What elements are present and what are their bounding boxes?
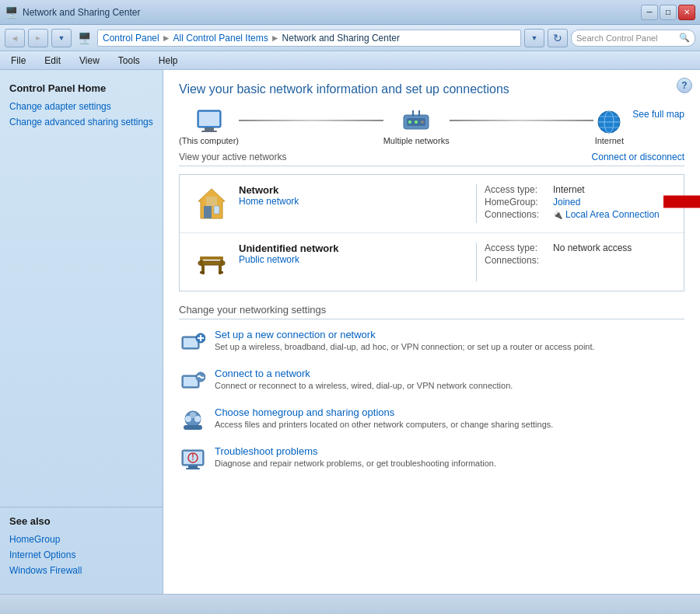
svg-rect-26 [219,271,223,274]
svg-rect-1 [199,112,219,126]
svg-rect-9 [412,110,414,117]
breadcrumb-current: Network and Sharing Center [282,33,400,44]
title-bar-controls: ─ □ ✕ [641,5,695,20]
svg-rect-35 [184,377,198,386]
menu-help[interactable]: Help [156,54,181,68]
network-unidentified-details: Access type: No network access Connectio… [485,242,671,267]
svg-rect-2 [205,127,214,131]
window-icon: 🖥️ [5,6,18,19]
network-computer: (This computer) [179,109,239,145]
sidebar-change-advanced[interactable]: Change advanced sharing settings [9,114,153,130]
change-item-1: Set up a new connection or network Set u… [179,329,684,357]
svg-marker-20 [663,190,700,215]
refresh-button[interactable]: ↻ [548,29,568,47]
page-title: View your basic network information and … [179,82,684,96]
computer-label: (This computer) [179,136,239,145]
setup-connection-link[interactable]: Set up a new connection or network [215,329,376,340]
change-item-4-content: Troubleshoot problems Diagnose and repai… [207,445,496,468]
svg-point-8 [421,120,424,124]
homegroup-value[interactable]: Joined [553,197,580,208]
network-home-details: Access type: Internet HomeGroup: Joined … [485,184,671,222]
minimize-button[interactable]: ─ [641,5,658,20]
search-box[interactable]: Search Control Panel 🔍 [571,30,695,47]
svg-rect-18 [214,206,219,214]
menu-tools[interactable]: Tools [115,54,143,68]
menu-edit[interactable]: Edit [41,54,64,68]
troubleshoot-link[interactable]: Troubleshoot problems [215,445,317,457]
network-unidentified-type[interactable]: Public network [239,254,299,265]
forward-button[interactable]: ► [28,29,48,47]
network-unidentified-info: Unidentified network Public network [231,242,468,265]
help-button[interactable]: ? [677,78,692,93]
connect-disconnect-link[interactable]: Connect or disconnect [592,152,684,162]
menu-file[interactable]: File [8,54,29,68]
content-area: ? View your basic network information an… [163,70,700,594]
internet-label: Internet [595,136,624,145]
maximize-button[interactable]: □ [660,5,677,20]
svg-rect-27 [200,260,203,266]
see-also-title: See also [9,515,153,527]
network-home-type[interactable]: Home network [239,196,299,207]
main-layout: Control Panel Home Change adapter settin… [0,70,700,594]
net-line-2 [450,120,594,121]
sidebar-homegroup[interactable]: HomeGroup [9,532,153,547]
svg-rect-41 [184,425,202,430]
title-bar: 🖥️ Network and Sharing Center ─ □ ✕ [0,0,700,25]
troubleshoot-icon: ! [179,445,207,473]
address-bar: ◄ ► ▼ 🖥️ Control Panel ► All Control Pan… [0,25,700,51]
svg-rect-10 [418,110,420,117]
connect-network-link[interactable]: Connect to a network [215,368,310,379]
change-item-2-content: Connect to a network Connect or reconnec… [207,368,513,390]
sidebar-internet-options[interactable]: Internet Options [9,547,153,563]
window-title: Network and Sharing Center [23,7,140,18]
recent-button[interactable]: ▼ [51,29,72,47]
back-button[interactable]: ◄ [5,29,25,47]
dropdown-button[interactable]: ▼ [524,29,544,47]
net-line-1 [239,120,383,121]
connection-icon: 🔌 [553,211,562,219]
change-item-3-content: Choose homegroup and sharing options Acc… [207,406,553,429]
access-type-label: Access type: [485,184,547,195]
bench-icon [192,242,231,281]
sidebar-windows-firewall[interactable]: Windows Firewall [9,563,153,578]
homegroup-sharing-link[interactable]: Choose homegroup and sharing options [215,406,394,418]
connections-row-2: Connections: [485,255,671,266]
setup-connection-desc: Set up a wireless, broadband, dial-up, a… [215,342,595,351]
close-button[interactable]: ✕ [678,5,695,20]
status-bar [0,594,700,614]
change-item-4: ! Troubleshoot problems Diagnose and rep… [179,445,684,473]
svg-rect-28 [220,260,223,266]
sidebar: Control Panel Home Change adapter settin… [0,70,163,594]
svg-text:!: ! [191,453,194,462]
active-networks-title: View your active networks [179,152,287,162]
router-icon [401,109,432,136]
search-placeholder: Search Control Panel [576,33,676,43]
globe-icon [593,109,625,136]
troubleshoot-desc: Diagnose and repair network problems, or… [215,459,496,468]
menu-view[interactable]: View [76,54,103,68]
svg-point-7 [415,120,418,124]
svg-rect-3 [201,131,217,132]
divider [476,184,477,223]
access-type-row-2: Access type: No network access [485,242,671,253]
network-router: Multiple networks [383,109,450,145]
sidebar-change-adapter[interactable]: Change adapter settings [9,99,153,114]
network-map-items: (This computer) Multiple network [179,109,625,145]
breadcrumb-control-panel[interactable]: Control Panel [103,33,159,44]
computer-icon [194,109,225,136]
access-type-row: Access type: Internet [485,184,671,195]
router-label: Multiple networks [383,136,450,145]
local-area-connection-link[interactable]: Local Area Connection [565,209,660,220]
svg-rect-19 [206,197,217,206]
see-full-map-link[interactable]: See full map [632,109,684,120]
homegroup-sharing-desc: Access files and printers located on oth… [215,420,553,429]
breadcrumb-all-items[interactable]: All Control Panel Items [173,33,268,44]
svg-rect-30 [184,338,198,347]
connections-label-2: Connections: [485,255,547,266]
network-entry-home: Network Home network Access type: Intern… [180,175,684,233]
search-icon[interactable]: 🔍 [679,33,690,43]
svg-rect-25 [200,271,205,274]
address-path[interactable]: Control Panel ► All Control Panel Items … [97,30,521,47]
svg-rect-17 [204,206,212,218]
access-type-value-2: No network access [553,242,632,253]
